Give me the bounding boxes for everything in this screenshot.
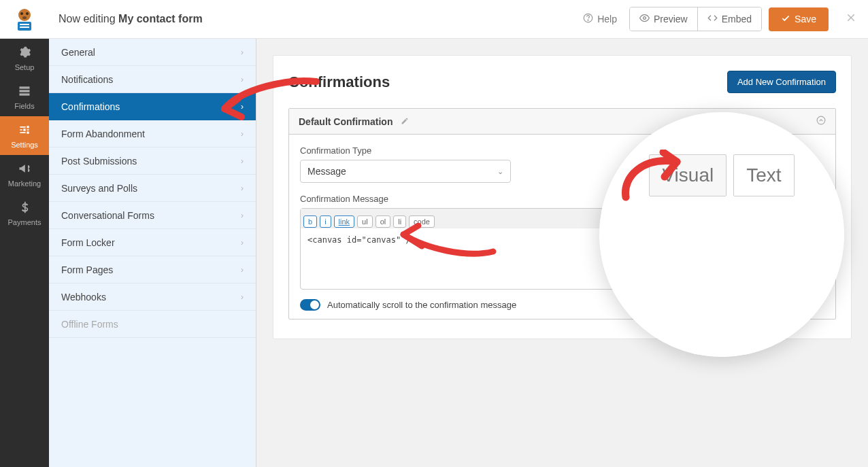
rail-payments-label: Payments: [8, 218, 41, 226]
svg-rect-11: [20, 90, 30, 92]
check-icon: [781, 14, 790, 25]
page-title: Confirmations: [288, 73, 390, 91]
sidebar-item-post-submissions[interactable]: Post Submissions›: [49, 148, 256, 175]
code-icon: [707, 13, 718, 25]
panel-header: Confirmations Add New Confirmation: [288, 71, 836, 93]
svg-point-9: [644, 17, 646, 20]
sidebar-item-label: Webhooks: [61, 292, 106, 302]
chevron-down-icon: ⌄: [497, 167, 503, 176]
sidebar-item-confirmations[interactable]: Confirmations›: [49, 93, 256, 120]
rail-fields[interactable]: Fields: [0, 77, 49, 116]
help-link[interactable]: Help: [578, 13, 622, 25]
chevron-right-icon: ›: [241, 48, 244, 57]
chevron-right-icon: ›: [241, 184, 244, 193]
sidebar-item-label: Post Submissions: [61, 156, 137, 167]
now-editing-label: Now editing My contact form: [59, 13, 203, 25]
chevron-right-icon: ›: [241, 129, 244, 139]
chevron-right-icon: ›: [241, 156, 244, 166]
sidebar-item-surveys-polls[interactable]: Surveys and Polls›: [49, 175, 256, 202]
zoom-tab-visual: Visual: [649, 154, 727, 196]
sidebar-item-label: Offline Forms: [61, 319, 118, 330]
settings-sidebar: General› Notifications› Confirmations› F…: [49, 39, 256, 467]
confirmation-type-select[interactable]: Message ⌄: [300, 160, 511, 183]
tb-li[interactable]: li: [393, 215, 406, 228]
sidebar-item-label: Conversational Forms: [61, 210, 154, 221]
sidebar-item-label: General: [61, 47, 95, 58]
svg-point-1: [20, 12, 23, 15]
tb-ul[interactable]: ul: [357, 215, 373, 228]
svg-rect-12: [20, 93, 30, 95]
left-rail: Setup Fields Settings Marketing Payments: [0, 0, 49, 467]
embed-button[interactable]: Embed: [698, 7, 761, 31]
tb-code[interactable]: code: [409, 215, 435, 228]
svg-rect-10: [20, 86, 30, 88]
sidebar-item-label: Form Locker: [61, 237, 115, 248]
help-icon: [583, 13, 593, 25]
form-name: My contact form: [118, 13, 203, 24]
sidebar-item-form-pages[interactable]: Form Pages›: [49, 256, 256, 283]
select-value: Message: [307, 166, 346, 177]
sidebar-item-webhooks[interactable]: Webhooks›: [49, 283, 256, 311]
pencil-icon[interactable]: [401, 117, 409, 127]
help-text: Help: [597, 14, 617, 24]
rail-setup-label: Setup: [15, 63, 35, 71]
svg-rect-5: [20, 24, 29, 25]
preview-button[interactable]: Preview: [630, 7, 698, 31]
chevron-right-icon: ›: [241, 238, 244, 247]
sidebar-item-label: Surveys and Polls: [61, 183, 137, 194]
chevron-right-icon: ›: [241, 292, 244, 302]
rail-payments[interactable]: Payments: [0, 194, 49, 232]
chevron-right-icon: ›: [241, 265, 244, 275]
sidebar-item-label: Notifications: [61, 74, 113, 85]
sidebar-item-label: Confirmations: [61, 101, 120, 112]
save-button[interactable]: Save: [769, 7, 829, 31]
top-bar: Now editing My contact form Help Preview…: [0, 0, 868, 39]
bullhorn-icon: [18, 162, 31, 177]
zoom-tab-text: Text: [733, 154, 794, 196]
eye-icon: [639, 13, 650, 25]
sidebar-item-form-locker[interactable]: Form Locker›: [49, 229, 256, 256]
sidebar-item-general[interactable]: General›: [49, 39, 256, 66]
sidebar-item-notifications[interactable]: Notifications›: [49, 66, 256, 93]
chevron-right-icon: ›: [241, 75, 244, 84]
svg-rect-4: [18, 22, 31, 31]
sidebar-item-conversational-forms[interactable]: Conversational Forms›: [49, 202, 256, 229]
rail-marketing-label: Marketing: [8, 179, 41, 188]
svg-point-8: [588, 20, 588, 20]
preview-embed-group: Preview Embed: [629, 7, 762, 31]
rail-settings-label: Settings: [11, 141, 38, 149]
auto-scroll-label: Automatically scroll to the confirmation…: [327, 300, 516, 310]
close-builder-button[interactable]: [835, 10, 857, 28]
chevron-right-icon: ›: [241, 211, 244, 220]
confirmation-title: Default Confirmation: [299, 116, 393, 127]
zoom-callout: Visual Text: [599, 112, 844, 357]
rail-setup[interactable]: Setup: [0, 39, 49, 77]
rail-marketing[interactable]: Marketing: [0, 155, 49, 194]
tb-bold[interactable]: b: [303, 215, 317, 228]
gear-icon: [18, 46, 31, 60]
collapse-icon[interactable]: [816, 116, 826, 127]
now-editing-prefix: Now editing: [59, 13, 118, 24]
tb-link[interactable]: link: [334, 215, 355, 228]
svg-point-0: [18, 9, 31, 21]
sidebar-item-label: Form Pages: [61, 264, 113, 275]
list-icon: [18, 84, 31, 99]
sidebar-item-form-abandonment[interactable]: Form Abandonment›: [49, 120, 256, 148]
svg-point-3: [22, 16, 27, 19]
wpforms-logo: [0, 0, 49, 39]
save-label: Save: [795, 14, 816, 24]
sidebar-item-offline-forms[interactable]: Offline Forms: [49, 311, 256, 338]
chevron-right-icon: ›: [241, 102, 244, 111]
confirmation-title-wrap: Default Confirmation: [299, 116, 409, 127]
embed-label: Embed: [722, 14, 752, 24]
sidebar-item-label: Form Abandonment: [61, 128, 145, 139]
svg-point-13: [817, 116, 825, 124]
preview-label: Preview: [654, 14, 688, 24]
sliders-icon: [18, 123, 31, 138]
zoom-tabs: Visual Text: [649, 154, 794, 196]
rail-settings[interactable]: Settings: [0, 116, 49, 155]
tb-ol[interactable]: ol: [375, 215, 391, 228]
tb-italic[interactable]: i: [320, 215, 331, 228]
auto-scroll-toggle[interactable]: [300, 299, 320, 311]
add-confirmation-button[interactable]: Add New Confirmation: [727, 71, 836, 93]
